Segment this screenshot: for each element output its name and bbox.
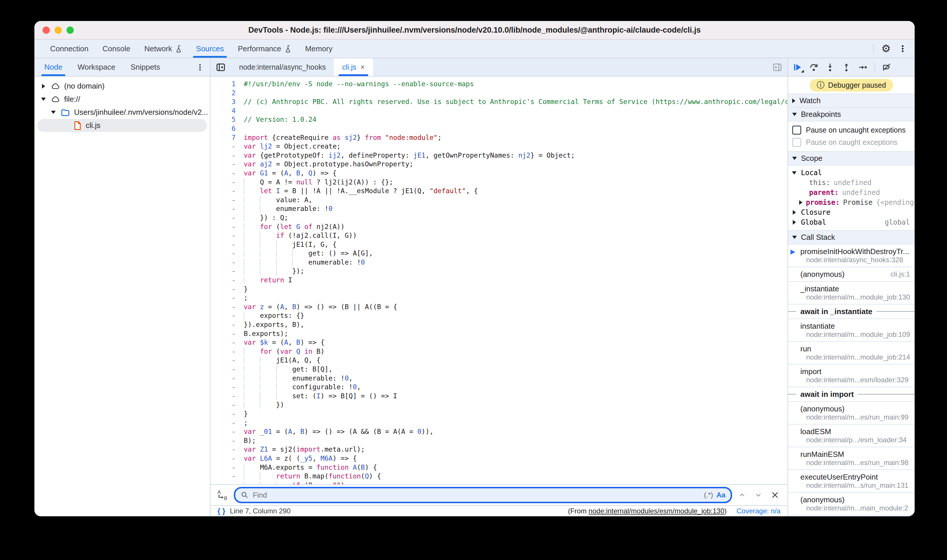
gutter-line-number[interactable]: -	[211, 196, 244, 205]
chevron-down-icon[interactable]	[791, 171, 797, 174]
tab-network[interactable]: Network	[137, 40, 189, 58]
collapse-navigator-icon[interactable]	[211, 58, 231, 76]
gutter-line-number[interactable]: -	[211, 437, 244, 446]
call-stack-frame[interactable]: (anonymous)cli.js:1	[788, 267, 915, 282]
gutter-line-number[interactable]: -	[211, 419, 244, 428]
tree-row[interactable]: cli.js	[37, 119, 207, 132]
breakpoints-section-header[interactable]: Breakpoints	[788, 108, 915, 122]
navigator-tab-snippets[interactable]: Snippets	[123, 58, 168, 76]
find-previous-icon[interactable]	[738, 491, 746, 499]
gutter-line-number[interactable]: -	[211, 374, 244, 383]
close-tab-icon[interactable]: ×	[360, 63, 365, 72]
scope-group-row[interactable]: Globalglobal	[788, 217, 915, 227]
gutter-line-number[interactable]: -	[211, 312, 244, 321]
tree-row[interactable]: (no domain)	[34, 80, 210, 93]
navigator-more-options-icon[interactable]	[196, 63, 210, 71]
step-icon[interactable]	[858, 63, 867, 72]
call-stack-frame[interactable]: (anonymous)node:internal/m...es/run_main…	[788, 402, 915, 425]
call-stack-frame[interactable]: runMainESMnode:internal/m...es/run_main:…	[788, 447, 915, 470]
gutter-line-number[interactable]: -	[211, 178, 244, 187]
gutter-line-number[interactable]: -	[211, 151, 244, 160]
navigator-tab-node[interactable]: Node	[37, 58, 70, 76]
gutter-line-number[interactable]: -	[211, 321, 244, 330]
editor-tab-node-internal-async-hooks[interactable]: node:internal/async_hooks	[231, 58, 334, 76]
tab-memory[interactable]: Memory	[298, 40, 340, 58]
gutter-line-number[interactable]: -	[211, 187, 244, 196]
close-window-button[interactable]	[43, 26, 50, 34]
gutter-line-number[interactable]: -	[211, 401, 244, 410]
gutter-line-number[interactable]: -	[211, 356, 244, 365]
gutter-line-number[interactable]: -	[211, 472, 244, 482]
find-next-icon[interactable]	[754, 491, 762, 499]
scope-property-row[interactable]: this:undefined	[788, 178, 915, 188]
call-stack-frame[interactable]: ▶promiseInitHookWithDestroyTr...node:int…	[788, 245, 915, 267]
close-find-icon[interactable]	[771, 491, 779, 499]
step-into-icon[interactable]	[825, 63, 835, 72]
checkbox[interactable]	[792, 126, 801, 135]
more-options-icon[interactable]	[898, 44, 907, 53]
gutter-line-number[interactable]: 1	[211, 80, 244, 89]
gutter-line-number[interactable]: -	[211, 205, 244, 214]
source-map-link[interactable]: node:internal/modules/esm/module_job:130	[589, 507, 725, 515]
chevron-right-icon[interactable]	[799, 200, 802, 205]
editor-tab-cli-js[interactable]: cli.js×	[334, 58, 373, 76]
scope-group-row[interactable]: Local	[788, 168, 915, 178]
gutter-line-number[interactable]: -	[211, 446, 244, 454]
gutter-line-number[interactable]: -	[211, 169, 244, 178]
watch-section-header[interactable]: Watch	[788, 94, 915, 108]
gutter-line-number[interactable]: 5	[211, 116, 244, 125]
scope-group-row[interactable]: Closure	[788, 208, 915, 217]
call-stack-frame[interactable]: _instantiatenode:internal/m...module_job…	[788, 282, 915, 305]
gutter-line-number[interactable]: -	[211, 463, 244, 472]
match-case-toggle[interactable]: Aa	[716, 491, 725, 499]
gutter-line-number[interactable]: -	[211, 365, 244, 374]
call-stack-frame[interactable]: (anonymous)node:internal/m...main_module…	[788, 493, 915, 515]
gutter-line-number[interactable]: -	[211, 232, 244, 241]
gutter-line-number[interactable]: -	[211, 338, 244, 348]
chevron-right-icon[interactable]	[791, 220, 797, 225]
tab-console[interactable]: Console	[96, 40, 137, 58]
toggle-debugger-sidebar-icon[interactable]	[772, 58, 788, 76]
gutter-line-number[interactable]: -	[211, 249, 244, 258]
chevron-right-icon[interactable]	[40, 84, 47, 89]
pretty-print-icon[interactable]: { }	[217, 507, 225, 515]
find-input[interactable]	[252, 491, 701, 500]
settings-gear-icon[interactable]: ⚙	[881, 43, 891, 54]
gutter-line-number[interactable]: 2	[211, 89, 244, 98]
gutter-line-number[interactable]: -	[211, 160, 244, 169]
gutter-line-number[interactable]: -	[211, 348, 244, 357]
gutter-line-number[interactable]: -	[211, 276, 244, 285]
gutter-line-number[interactable]: -	[211, 454, 244, 463]
tab-sources[interactable]: Sources	[189, 40, 231, 58]
gutter-line-number[interactable]: -	[211, 303, 244, 312]
scope-property-row[interactable]: parent:undefined	[788, 188, 915, 197]
scope-section-header[interactable]: Scope	[788, 151, 915, 166]
gutter-line-number[interactable]: -	[211, 410, 244, 419]
gutter-line-number[interactable]: -	[211, 428, 244, 437]
chevron-right-icon[interactable]	[791, 210, 797, 215]
gutter-line-number[interactable]: -	[211, 285, 244, 294]
gutter-line-number[interactable]: 3	[211, 98, 244, 107]
resume-script-icon[interactable]	[793, 63, 802, 72]
gutter-line-number[interactable]: -	[211, 223, 244, 232]
navigator-tab-workspace[interactable]: Workspace	[70, 58, 123, 76]
maximize-window-button[interactable]	[66, 26, 74, 34]
regex-toggle[interactable]: (.*)	[704, 491, 713, 499]
replace-toggle-icon[interactable]: AB	[217, 489, 228, 501]
gutter-line-number[interactable]: -	[211, 143, 244, 151]
chevron-down-icon[interactable]	[40, 98, 47, 101]
tab-performance[interactable]: Performance	[231, 40, 298, 58]
call-stack-frame[interactable]: loadESMnode:internal/p.../esm_loader:34	[788, 425, 915, 447]
gutter-line-number[interactable]: -	[211, 214, 244, 223]
call-stack-section-header[interactable]: Call Stack	[788, 230, 915, 245]
gutter-line-number[interactable]: -	[211, 258, 244, 268]
call-stack-frame[interactable]: instantiatenode:internal/m...module_job:…	[788, 319, 915, 342]
step-out-icon[interactable]	[842, 63, 851, 72]
step-over-icon[interactable]	[809, 63, 818, 72]
deactivate-breakpoints-icon[interactable]	[882, 63, 891, 72]
gutter-line-number[interactable]: -	[211, 482, 244, 484]
call-stack-frame[interactable]: runnode:internal/m...module_job:214	[788, 342, 915, 365]
gutter-line-number[interactable]: 6	[211, 125, 244, 134]
chevron-down-icon[interactable]	[50, 111, 57, 114]
call-stack-frame[interactable]: importnode:internal/m...esm/loader:329	[788, 365, 915, 387]
